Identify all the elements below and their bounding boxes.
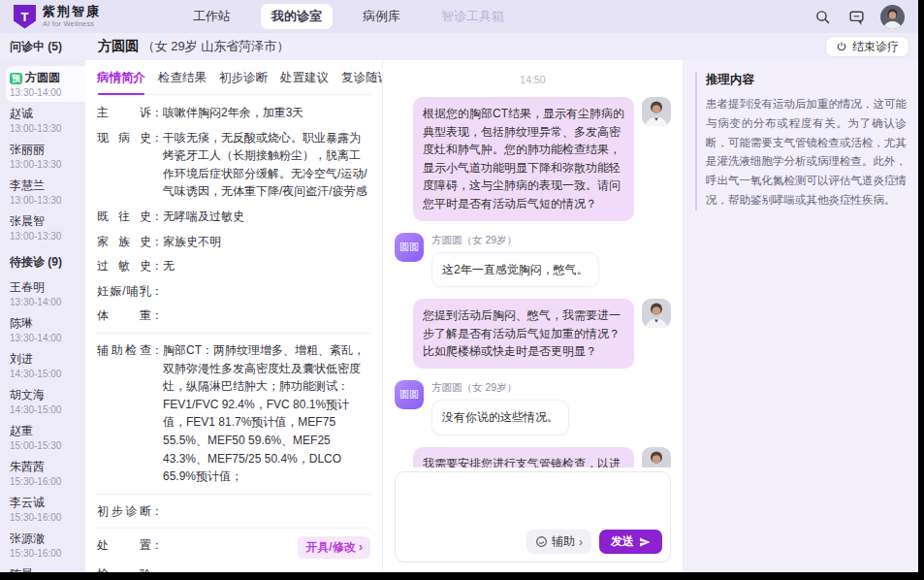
- patient-item-name: 预方圆圆: [10, 70, 81, 86]
- patient-item-name: 胡文海: [10, 387, 81, 403]
- field-value: 咳嗽伴胸闷2年余，加重3天: [163, 104, 370, 122]
- end-session-button[interactable]: 结束诊疗: [825, 36, 909, 57]
- top-navbar: T 紫荆智康 AI for Wellness 工作站我的诊室病例库智诊工具箱: [0, 0, 918, 33]
- patient-item-name: 李云诚: [10, 495, 81, 511]
- chat-panel: 14:50根据您的胸部CT结果，显示有尘肺病的典型表现，包括肺纹理异常、多发高密…: [383, 60, 684, 572]
- search-icon[interactable]: [812, 7, 832, 26]
- field-label: 体重：: [97, 306, 163, 325]
- send-label: 发送: [611, 533, 634, 550]
- chat-message-patient: 圆圆方圆圆（女 29岁）这2年一直感觉胸闷，憋气。: [395, 233, 671, 288]
- patient-item-time: 13:00-13:30: [10, 195, 81, 206]
- queue-title: 问诊中 (5): [0, 39, 85, 55]
- patient-list-item[interactable]: 陈琳13:30-14:00: [6, 311, 85, 347]
- record-field: 辅助检查：胸部CT：两肺纹理增多、增粗、紊乱，双肺弥漫性多发高密度灶及囊状低密度…: [97, 341, 370, 486]
- reasoning-title: 推理内容: [706, 72, 907, 88]
- nav-item[interactable]: 工作站: [182, 4, 241, 29]
- patient-list-item[interactable]: 张丽丽13:00-13:30: [6, 138, 85, 174]
- patient-list-item[interactable]: 张源澈15:30-16:00: [6, 527, 85, 563]
- patient-sidebar: 预方圆圆13:30-14:00赵诚13:00-13:30张丽丽13:00-13:…: [0, 60, 85, 572]
- patient-list-item[interactable]: 张晨智13:00-13:30: [6, 209, 85, 245]
- patient-name: 方圆圆: [98, 38, 139, 53]
- record-field: 家族史：家族史不明: [97, 233, 370, 251]
- waiting-section-title: 待接诊 (9): [10, 254, 85, 271]
- divider: [97, 528, 370, 529]
- navbar-actions: [812, 5, 905, 29]
- user-avatar[interactable]: [880, 5, 905, 29]
- message-input[interactable]: [403, 480, 662, 530]
- field-label: 处置：: [97, 536, 163, 555]
- patient-list-item[interactable]: 预方圆圆13:30-14:00: [6, 66, 85, 102]
- doctor-avatar: [642, 299, 671, 328]
- record-tab[interactable]: 复诊随访: [341, 70, 383, 86]
- record-field: 主诉：咳嗽伴胸闷2年余，加重3天: [97, 104, 370, 122]
- patient-item-time: 13:00-13:30: [10, 123, 81, 134]
- brand-text: 紫荆智康 AI for Wellness: [43, 5, 101, 27]
- patient-item-time: 15:30-16:00: [10, 548, 81, 559]
- patient-item-name: 陈琳: [10, 315, 81, 332]
- field-label: 初步诊断：: [97, 502, 163, 521]
- app-window: T 紫荆智康 AI for Wellness 工作站我的诊室病例库智诊工具箱 问…: [0, 0, 918, 572]
- patient-message-label: 方圆圆（女 29岁）: [431, 381, 569, 395]
- main-nav: 工作站我的诊室病例库智诊工具箱: [182, 4, 812, 29]
- field-label: 辅助检查：: [97, 341, 163, 360]
- nav-item[interactable]: 病例库: [352, 4, 411, 29]
- reasoning-panel: 推理内容 患者提到没有运动后加重的情况，这可能与病变的分布或程度有关。为了确认诊…: [684, 60, 918, 572]
- message-icon[interactable]: [846, 7, 866, 26]
- record-tab[interactable]: 病情简介: [97, 70, 145, 86]
- patient-message-label: 方圆圆（女 29岁）: [431, 234, 599, 247]
- patient-list-item[interactable]: 王春明13:30-14:00: [6, 275, 85, 311]
- field-label: 检验：: [97, 565, 163, 572]
- patient-item-name: 李慧兰: [10, 177, 81, 194]
- header-row: 问诊中 (5) 方圆圆 （女 29岁 山东省菏泽市） 结束诊疗: [0, 33, 918, 60]
- brand: T 紫荆智康 AI for Wellness: [14, 5, 149, 29]
- patient-item-name: 赵诚: [10, 106, 81, 122]
- patient-item-name: 张晨智: [10, 213, 81, 230]
- patient-item-time: 13:30-14:00: [10, 333, 81, 343]
- message-composer[interactable]: 辅助 › 发送: [395, 471, 671, 563]
- brand-tagline: AI for Wellness: [43, 19, 101, 28]
- record-tab[interactable]: 检查结果: [158, 70, 207, 86]
- patient-list-item[interactable]: 胡文海14:30-15:00: [6, 383, 85, 419]
- patient-list-item[interactable]: 刘进14:30-15:00: [6, 347, 85, 383]
- field-label: 家族史：: [97, 233, 163, 251]
- field-label: 妊娠/哺乳：: [97, 282, 163, 301]
- divider: [97, 333, 370, 334]
- end-session-label: 结束诊疗: [852, 39, 899, 55]
- brand-logo-icon: T: [14, 5, 36, 29]
- patient-item-time: 15:30-16:00: [10, 512, 81, 523]
- doctor-bubble: 根据您的胸部CT结果，显示有尘肺病的典型表现，包括肺纹理异常、多发高密度灶和肺气…: [413, 97, 634, 221]
- doctor-avatar: [642, 97, 671, 126]
- doctor-bubble: 您提到活动后胸闷、憋气，我需要进一步了解是否有活动后气短加重的情况？比如爬楼梯或…: [413, 299, 634, 369]
- patient-list-item[interactable]: 赵诚13:00-13:30: [6, 102, 85, 138]
- patient-list-item[interactable]: 朱茜茜15:30-16:00: [6, 455, 85, 491]
- brand-logo-letter: T: [21, 10, 29, 24]
- main-content: 预方圆圆13:30-14:00赵诚13:00-13:30张丽丽13:00-13:…: [0, 60, 918, 572]
- patient-list-item[interactable]: 李慧兰13:00-13:30: [6, 174, 85, 209]
- record-fields: 主诉：咳嗽伴胸闷2年余，加重3天现病史：干咳无痰，无反酸或烧心。职业暴露为烤瓷牙…: [97, 95, 370, 572]
- scheduled-badge-icon: 预: [10, 73, 22, 84]
- patient-bubble: 没有你说的这些情况。: [431, 400, 569, 435]
- send-icon: [639, 536, 651, 548]
- send-button[interactable]: 发送: [599, 530, 662, 554]
- nav-item[interactable]: 我的诊室: [261, 4, 333, 29]
- record-field: 既往史：无哮喘及过敏史: [97, 208, 370, 226]
- patient-list-item[interactable]: 赵重15:00-15:30: [6, 419, 85, 455]
- patient-item-name: 朱茜茜: [10, 459, 81, 475]
- field-value: 家族史不明: [163, 233, 370, 251]
- chat-message-doctor: 我需要安排您进行支气管镜检查，以进一步明确肺部病变性质。这项检查可以帮助我们获取…: [395, 447, 671, 467]
- record-tab[interactable]: 处置建议: [280, 70, 329, 86]
- patient-item-time: 13:00-13:30: [10, 159, 81, 170]
- power-icon: [836, 41, 847, 52]
- medical-record-panel: 病情简介检查结果初步诊断处置建议复诊随访历史就诊 主诉：咳嗽伴胸闷2年余，加重3…: [85, 60, 383, 572]
- nav-item[interactable]: 智诊工具箱: [430, 4, 515, 29]
- record-tab[interactable]: 初步诊断: [219, 70, 268, 86]
- chat-message-doctor: 根据您的胸部CT结果，显示有尘肺病的典型表现，包括肺纹理异常、多发高密度灶和肺气…: [395, 97, 671, 221]
- prescribe-button[interactable]: 开具/修改 ›: [298, 536, 370, 559]
- patient-item-name: 刘进: [10, 351, 81, 368]
- assist-button[interactable]: 辅助 ›: [526, 530, 591, 554]
- doctor-bubble: 我需要安排您进行支气管镜检查，以进一步明确肺部病变性质。这项检查可以帮助我们获取…: [413, 447, 634, 467]
- patient-list-item[interactable]: 陈晨16:00-16:30: [6, 563, 85, 572]
- patient-list-item[interactable]: 李云诚15:30-16:00: [6, 491, 85, 527]
- chat-timestamp: 14:50: [395, 74, 671, 85]
- field-value: 无哮喘及过敏史: [163, 208, 370, 226]
